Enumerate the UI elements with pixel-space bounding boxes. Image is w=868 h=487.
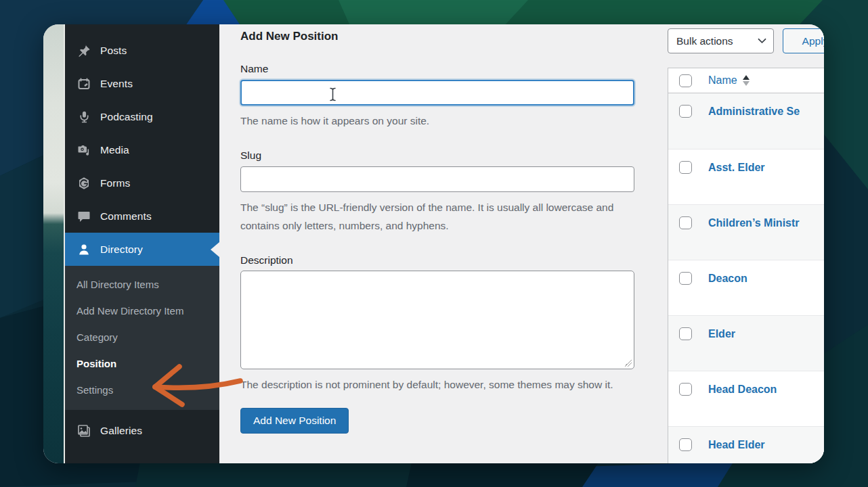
- text-cursor-icon: [328, 87, 337, 103]
- sidebar-item-label: Posts: [100, 45, 127, 57]
- page-preview-strip: [43, 24, 65, 463]
- submenu-item-category[interactable]: Category: [77, 328, 210, 346]
- table-row: Administrative Se: [668, 93, 824, 149]
- slug-field-label: Slug: [240, 149, 634, 162]
- submenu-item-all-directory-items[interactable]: All Directory Items: [77, 275, 210, 294]
- forms-icon: [77, 176, 91, 191]
- app-window: Posts Events Podcasting Media Forms: [43, 24, 824, 463]
- description-textarea[interactable]: [240, 271, 634, 369]
- row-checkbox[interactable]: [679, 161, 692, 174]
- row-checkbox[interactable]: [679, 438, 692, 451]
- slug-input[interactable]: [240, 166, 634, 192]
- name-help-text: The name is how it appears on your site.: [240, 112, 634, 130]
- resize-handle[interactable]: [624, 359, 632, 367]
- name-field-label: Name: [240, 63, 634, 75]
- row-checkbox[interactable]: [679, 216, 692, 229]
- page-title: Add New Position: [240, 30, 634, 43]
- media-icon: [77, 143, 91, 158]
- position-link[interactable]: Asst. Elder: [708, 162, 765, 174]
- row-checkbox[interactable]: [679, 327, 692, 340]
- bulk-actions-select[interactable]: Bulk actions: [668, 28, 774, 53]
- sort-asc-icon: [743, 75, 750, 80]
- select-all-checkbox[interactable]: [679, 74, 692, 87]
- sidebar-item-label: Podcasting: [100, 111, 153, 123]
- sidebar-item-label: Events: [100, 78, 133, 90]
- position-link[interactable]: Elder: [708, 328, 735, 340]
- positions-table-panel: Bulk actions Apply Name: [668, 24, 824, 463]
- position-link[interactable]: Head Elder: [708, 439, 765, 451]
- submenu-item-add-new-directory-item[interactable]: Add New Directory Item: [77, 302, 192, 320]
- submenu-item-settings[interactable]: Settings: [77, 381, 210, 399]
- main-content: Add New Position Name The name is how it…: [219, 24, 824, 463]
- table-row: Head Deacon: [668, 371, 824, 426]
- sidebar-item-posts[interactable]: Posts: [65, 34, 219, 67]
- bulk-actions-label: Bulk actions: [676, 35, 733, 47]
- description-help-text: The description is not prominent by defa…: [240, 375, 634, 394]
- calendar-icon: [77, 76, 91, 91]
- pin-icon: [77, 43, 91, 58]
- comment-icon: [77, 209, 91, 224]
- sort-icon: [743, 75, 750, 86]
- position-link[interactable]: Children’s Ministr: [708, 217, 800, 229]
- row-checkbox[interactable]: [679, 105, 692, 118]
- submenu-item-position[interactable]: Position: [77, 354, 210, 373]
- bulk-actions-bar: Bulk actions Apply: [668, 28, 824, 53]
- sidebar-item-label: Media: [100, 144, 129, 156]
- sidebar-item-directory[interactable]: Directory: [65, 233, 219, 266]
- person-icon: [77, 242, 91, 257]
- sidebar-item-forms[interactable]: Forms: [65, 166, 219, 200]
- position-link[interactable]: Deacon: [708, 273, 747, 285]
- name-input[interactable]: [240, 80, 634, 106]
- row-checkbox[interactable]: [679, 272, 692, 285]
- row-checkbox[interactable]: [679, 383, 692, 396]
- description-field-label: Description: [240, 254, 634, 266]
- screen: { "sidebar": { "items": [ { "label": "Po…: [0, 0, 868, 487]
- name-column-header[interactable]: Name: [708, 74, 750, 87]
- directory-submenu: All Directory Items Add New Directory It…: [65, 266, 219, 410]
- positions-table: Name Administrative Se Asst. Elder: [668, 68, 824, 463]
- add-position-form: Add New Position Name The name is how it…: [240, 24, 634, 434]
- position-link[interactable]: Administrative Se: [708, 106, 800, 118]
- table-row: Deacon: [668, 260, 824, 315]
- sidebar-item-events[interactable]: Events: [65, 67, 219, 100]
- sidebar-item-label: Galleries: [100, 425, 142, 437]
- table-row: Asst. Elder: [668, 149, 824, 204]
- admin-sidebar: Posts Events Podcasting Media Forms: [65, 24, 219, 463]
- sidebar-item-label: Comments: [100, 210, 152, 223]
- table-header-row: Name: [668, 68, 824, 93]
- sort-desc-icon: [743, 81, 750, 86]
- sidebar-item-label: Directory: [100, 244, 143, 256]
- microphone-icon: [77, 110, 91, 124]
- gallery-icon: [77, 423, 91, 438]
- name-column-label: Name: [708, 74, 737, 87]
- sidebar-item-comments[interactable]: Comments: [65, 200, 219, 233]
- chevron-down-icon: [758, 38, 766, 44]
- add-new-position-button[interactable]: Add New Position: [240, 408, 349, 434]
- table-row: Elder: [668, 315, 824, 371]
- table-row: Children’s Ministr: [668, 204, 824, 260]
- active-item-notch: [211, 242, 219, 257]
- slug-help-text: The “slug” is the URL-friendly version o…: [240, 198, 634, 235]
- sidebar-item-label: Forms: [100, 177, 130, 189]
- sidebar-item-media[interactable]: Media: [65, 133, 219, 166]
- apply-button[interactable]: Apply: [783, 28, 824, 53]
- position-link[interactable]: Head Deacon: [708, 384, 777, 396]
- sidebar-item-galleries[interactable]: Galleries: [65, 414, 219, 447]
- sidebar-item-podcasting[interactable]: Podcasting: [65, 100, 219, 133]
- table-row: Head Elder: [668, 426, 824, 463]
